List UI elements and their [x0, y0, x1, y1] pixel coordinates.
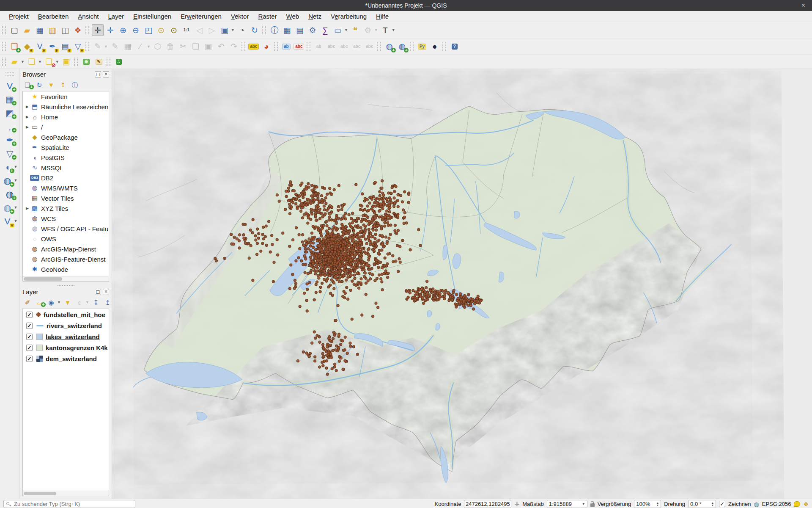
manage-map-themes-icon[interactable]: ◉ [45, 298, 57, 307]
properties-widget-icon[interactable]: ⓘ [69, 80, 81, 89]
browser-hscrollbar[interactable] [23, 276, 109, 281]
manage-map-themes-icon-dropdown[interactable]: ▼ [57, 300, 61, 304]
menu-projekt[interactable]: Projekt [4, 12, 33, 21]
temporal-controller-icon[interactable]: ◔ [236, 24, 248, 36]
add-postgis-layer-icon-dropdown[interactable]: ▼ [14, 165, 18, 169]
open-layer-styling-icon[interactable]: ✐ [22, 298, 33, 307]
add-vector-layer-icon[interactable]: V+ [3, 79, 16, 92]
globe-services-icon[interactable]: ● [429, 41, 441, 52]
menu-erweiterungen[interactable]: Erweiterungen [176, 12, 226, 21]
browser-item-geonode[interactable]: ✱GeoNode [23, 264, 109, 274]
browser-item-xyz-tiles[interactable]: ▶▩XYZ Tiles [23, 203, 109, 213]
layer-item-lakes-switzerland[interactable]: ✓lakes_switzerland [23, 331, 109, 342]
menu-raster[interactable]: Raster [253, 12, 281, 21]
browser-close-icon[interactable]: × [103, 71, 109, 77]
identify-features-icon[interactable]: ⓘ [269, 24, 280, 36]
current-edits-icon-dropdown[interactable]: ▼ [104, 44, 108, 49]
add-wms-layer-icon[interactable]: ◍+ [1, 174, 14, 187]
deselect-features-icon-dropdown[interactable]: ▼ [55, 60, 59, 64]
browser-item-vector-tiles[interactable]: ▦Vector Tiles [23, 193, 109, 203]
layer-labeling-icon[interactable]: abc [248, 41, 260, 52]
layer-checkbox[interactable]: ✓ [26, 323, 33, 329]
zoom-to-layer-icon[interactable]: ⊙ [168, 24, 180, 36]
toggle-extents-icon[interactable]: ✛ [514, 501, 519, 508]
browser-item-home[interactable]: ▶⌂Home [23, 112, 109, 122]
scale-combo[interactable]: 1:915889▼ [547, 500, 587, 508]
deselect-features-icon[interactable]: ❏⊘ [43, 56, 55, 67]
style-manager-icon[interactable]: ❖ [72, 24, 84, 36]
share-icon[interactable]: ∴ [113, 56, 125, 67]
select-by-value-icon-dropdown[interactable]: ▼ [38, 60, 42, 64]
new-map-view-icon[interactable]: ▣ [219, 24, 230, 36]
refresh-map-icon[interactable]: ↻ [249, 24, 261, 36]
browser-item-r-umliche-lesezeichen[interactable]: ▶⬒Räumliche Lesezeichen [23, 102, 109, 112]
toolbar-grip[interactable] [2, 26, 6, 34]
menu-layer[interactable]: Layer [103, 12, 129, 21]
toolbar-grip[interactable] [307, 42, 310, 51]
pan-map-icon[interactable]: ✛ [92, 24, 104, 36]
add-postgis-layer-icon[interactable]: ◖+ [1, 160, 14, 173]
layer-close-icon[interactable]: × [103, 289, 109, 295]
browser-item-db2[interactable]: DB2DB2 [23, 173, 109, 183]
help-icon[interactable]: ? [449, 41, 461, 52]
current-edits-icon[interactable]: ✎ [92, 41, 104, 52]
measure-icon[interactable]: ▭ [332, 24, 344, 36]
menu-hilfe[interactable]: Hilfe [371, 12, 393, 21]
menu-ansicht[interactable]: Ansicht [73, 12, 103, 21]
copy-features-icon[interactable]: ❏ [190, 41, 202, 52]
layer-checkbox[interactable]: ✓ [26, 334, 33, 340]
layer-diagram-icon[interactable]: ◕ [261, 41, 272, 52]
add-virtual-layer-icon[interactable]: ▽+ [3, 147, 16, 160]
browser-item-favoriten[interactable]: ★Favoriten [23, 91, 109, 102]
filter-browser-icon[interactable]: ▼ [45, 80, 57, 89]
layer-checkbox[interactable]: ✓ [26, 345, 33, 351]
browser-item--[interactable]: ▶▭/ [23, 122, 109, 132]
add-delimited-text-layer-icon[interactable]: ‚+ [3, 120, 16, 133]
layer-checkbox[interactable]: ✓ [26, 312, 33, 318]
show-layout-manager-icon[interactable]: ◫ [59, 24, 71, 36]
toolbar-grip[interactable] [2, 58, 6, 66]
menu-netz[interactable]: Netz [304, 12, 326, 21]
browser-item-arcgis-feature-dienst[interactable]: ◍ArcGIS-Feature-Dienst [23, 254, 109, 264]
toolbar-grip[interactable] [274, 42, 278, 51]
filter-legend-icon[interactable]: ▼ [62, 298, 74, 307]
new-virtual-layer-icon[interactable]: ▽✱ [72, 41, 84, 52]
filter-expression-icon-dropdown[interactable]: ▼ [85, 300, 89, 304]
cut-features-icon[interactable]: ✂ [177, 41, 189, 52]
run-feature-action-icon[interactable]: ⚙ [362, 24, 374, 36]
attribute-table-icon[interactable]: ▦ [281, 24, 293, 36]
new-spatialite-layer-icon[interactable]: ✒✱ [47, 41, 58, 52]
datasource-manager-icon[interactable]: ❏+ [8, 41, 20, 52]
measure-icon-dropdown[interactable]: ▼ [344, 28, 348, 32]
zoom-next-icon[interactable]: ▷ [206, 24, 218, 36]
processing-toolbox-icon[interactable]: ⚙ [307, 24, 318, 36]
toggle-editing-icon[interactable]: ✎ [109, 41, 121, 52]
metasearch-icon[interactable]: ◍+ [396, 41, 408, 52]
run-feature-action-icon-dropdown[interactable]: ▼ [374, 28, 378, 32]
metasearch-add-icon[interactable]: ◍+ [384, 41, 395, 52]
add-selected-layers-icon[interactable]: ❏+ [22, 80, 33, 89]
new-map-view-icon-dropdown[interactable]: ▼ [231, 28, 235, 32]
add-wcs-layer-icon[interactable]: ◍+ [3, 188, 16, 200]
map-canvas[interactable] [112, 69, 812, 499]
add-raster-layer-icon[interactable]: ▦+ [3, 93, 16, 105]
browser-item-geopackage[interactable]: ◆GeoPackage [23, 132, 109, 142]
digitize-with-segment-icon[interactable]: ∕ [134, 41, 146, 52]
browser-item-postgis[interactable]: ◖PostGIS [23, 152, 109, 163]
menu-vektor[interactable]: Vektor [226, 12, 254, 21]
browser-item-wfs-ogc-api-feature[interactable]: ◍WFS / OGC API - Feature [23, 224, 109, 234]
save-project-icon[interactable]: ▦ [34, 24, 46, 36]
python-console-icon[interactable]: Py [416, 41, 428, 52]
crs-indicator[interactable]: EPSG:2056 [762, 501, 791, 507]
digitize-with-segment-icon-dropdown[interactable]: ▼ [147, 44, 151, 49]
change-label-icon[interactable]: abc [364, 41, 376, 52]
rotate-label-icon[interactable]: abc [351, 41, 363, 52]
new-temporary-scratch-layer-icon[interactable]: ▤✱ [59, 41, 71, 52]
new-geopackage-layer-icon[interactable]: ◆✱ [21, 41, 33, 52]
add-wfs-layer-icon[interactable]: ◍+ [1, 201, 14, 214]
osm-edit-icon[interactable]: ✎ [93, 56, 105, 67]
save-layer-edits-icon[interactable]: ▦ [122, 41, 134, 52]
new-shapefile-layer-icon[interactable]: V✱ [34, 41, 46, 52]
locator-search[interactable] [3, 500, 135, 508]
zoom-out-icon[interactable]: ⊖ [130, 24, 142, 36]
